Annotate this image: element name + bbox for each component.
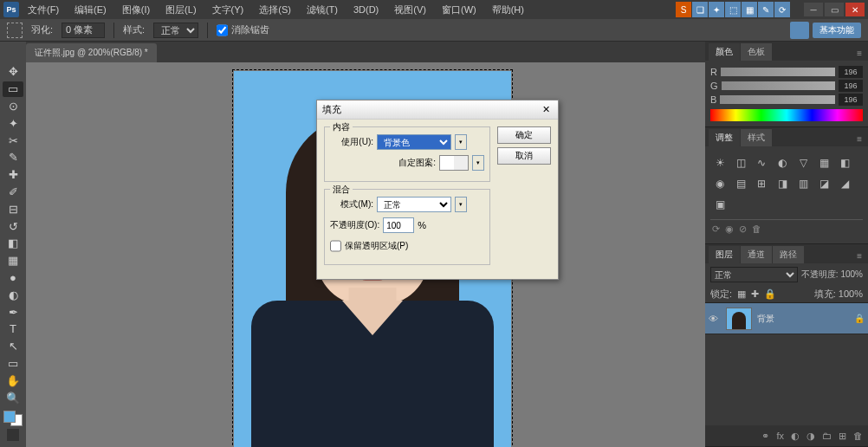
menu-image[interactable]: 图像(I) bbox=[115, 2, 157, 18]
panel-menu-icon[interactable]: ≡ bbox=[854, 132, 865, 146]
adj-btm-icon[interactable]: ⟳ bbox=[712, 224, 720, 235]
tab-color[interactable]: 颜色 bbox=[709, 43, 740, 61]
eyedropper-tool[interactable]: ✎ bbox=[3, 150, 23, 165]
crop-tool[interactable]: ✂ bbox=[3, 133, 23, 148]
mode-select[interactable]: 正常 bbox=[377, 197, 451, 212]
top-icon-3[interactable]: ⬚ bbox=[725, 2, 741, 17]
lock-all-icon[interactable]: 🔒 bbox=[764, 288, 776, 300]
dialog-titlebar[interactable]: 填充 ✕ bbox=[317, 100, 558, 120]
brush-tool[interactable]: ✐ bbox=[3, 185, 23, 200]
workspace-button[interactable]: 基本功能 bbox=[813, 23, 861, 38]
dialog-close-icon[interactable]: ✕ bbox=[539, 103, 553, 117]
new-layer-icon[interactable]: ⊞ bbox=[839, 431, 846, 442]
cloud-icon[interactable] bbox=[790, 22, 809, 39]
stamp-tool[interactable]: ⊟ bbox=[3, 201, 23, 217]
adj-curves-icon[interactable]: ∿ bbox=[754, 155, 769, 171]
ok-button[interactable]: 确定 bbox=[497, 126, 551, 144]
trash-icon[interactable]: 🗑 bbox=[853, 431, 863, 441]
menu-3d[interactable]: 3D(D) bbox=[347, 3, 385, 16]
adj-btm-icon[interactable]: 🗑 bbox=[752, 224, 761, 235]
group-icon[interactable]: 🗀 bbox=[822, 431, 832, 441]
pattern-swatch[interactable] bbox=[439, 155, 469, 171]
adj-mixer-icon[interactable]: ▤ bbox=[733, 176, 748, 191]
fill-label[interactable]: 填充: 100% bbox=[814, 288, 863, 301]
adj-levels-icon[interactable]: ◫ bbox=[733, 155, 748, 171]
adj-brightness-icon[interactable]: ☀ bbox=[712, 155, 728, 171]
opacity-input[interactable] bbox=[383, 217, 414, 233]
use-dropdown-arrow[interactable]: ▾ bbox=[455, 134, 467, 150]
adj-invert-icon[interactable]: ◨ bbox=[774, 176, 790, 191]
zoom-tool[interactable]: 🔍 bbox=[3, 390, 23, 405]
use-select[interactable]: 背景色 bbox=[377, 134, 451, 150]
layer-row[interactable]: 👁 背景 🔒 bbox=[705, 303, 868, 334]
menu-select[interactable]: 选择(S) bbox=[252, 2, 298, 18]
shape-tool[interactable]: ▭ bbox=[3, 356, 23, 372]
menu-filter[interactable]: 滤镜(T) bbox=[300, 2, 345, 18]
menu-layer[interactable]: 图层(L) bbox=[159, 2, 203, 18]
foreground-color[interactable] bbox=[3, 411, 16, 423]
pattern-dropdown-arrow[interactable]: ▾ bbox=[472, 155, 484, 171]
top-icon-5[interactable]: ✎ bbox=[758, 2, 774, 17]
adj-posterize-icon[interactable]: ▥ bbox=[795, 176, 811, 191]
adj-selective-icon[interactable]: ▣ bbox=[712, 197, 728, 212]
tab-paths[interactable]: 路径 bbox=[773, 246, 804, 263]
mask-icon[interactable]: ◐ bbox=[791, 431, 800, 442]
path-tool[interactable]: ↖ bbox=[3, 339, 23, 354]
move-tool[interactable]: ✥ bbox=[3, 64, 23, 80]
adj-btm-icon[interactable]: ◉ bbox=[725, 224, 734, 235]
eraser-tool[interactable]: ◧ bbox=[3, 236, 23, 251]
close-button[interactable]: ✕ bbox=[845, 3, 865, 16]
pen-tool[interactable]: ✒ bbox=[3, 304, 23, 320]
opacity-label[interactable]: 不透明度: 100% bbox=[801, 269, 863, 281]
antialias-check[interactable]: 消除锯齿 bbox=[217, 23, 269, 38]
history-brush-tool[interactable]: ↺ bbox=[3, 218, 23, 234]
top-icon-4[interactable]: ▦ bbox=[742, 2, 757, 17]
ext-icon[interactable]: S bbox=[676, 2, 691, 17]
mode-dropdown-arrow[interactable]: ▾ bbox=[455, 197, 467, 212]
menu-type[interactable]: 文字(Y) bbox=[205, 2, 251, 18]
visibility-icon[interactable]: 👁 bbox=[709, 314, 721, 324]
top-icon-6[interactable]: ⟳ bbox=[774, 2, 790, 17]
heal-tool[interactable]: ✚ bbox=[3, 167, 23, 183]
menu-edit[interactable]: 编辑(E) bbox=[68, 2, 113, 18]
preserve-check[interactable]: 保留透明区域(P) bbox=[330, 238, 484, 254]
tab-styles[interactable]: 样式 bbox=[741, 129, 772, 146]
feather-input[interactable] bbox=[62, 23, 105, 38]
adj-photo-filter-icon[interactable]: ◉ bbox=[712, 176, 728, 191]
menu-window[interactable]: 窗口(W) bbox=[435, 2, 483, 18]
top-icon-2[interactable]: ✦ bbox=[709, 2, 724, 17]
panel-menu-icon[interactable]: ≡ bbox=[854, 46, 865, 61]
tab-swatches[interactable]: 色板 bbox=[741, 43, 772, 61]
fill-adj-icon[interactable]: ◑ bbox=[806, 431, 815, 442]
maximize-button[interactable]: ▭ bbox=[825, 3, 844, 16]
menu-help[interactable]: 帮助(H) bbox=[485, 2, 531, 18]
tab-layers[interactable]: 图层 bbox=[709, 246, 740, 263]
wand-tool[interactable]: ✦ bbox=[3, 115, 23, 131]
layer-name[interactable]: 背景 bbox=[757, 313, 774, 325]
panel-menu-icon[interactable]: ≡ bbox=[854, 249, 865, 263]
color-swatch[interactable] bbox=[3, 411, 23, 426]
cancel-button[interactable]: 取消 bbox=[497, 147, 551, 165]
adj-btm-icon[interactable]: ⊘ bbox=[739, 224, 747, 235]
link-icon[interactable]: ⚭ bbox=[761, 431, 769, 442]
quickmask-toggle[interactable] bbox=[4, 428, 22, 442]
dodge-tool[interactable]: ◐ bbox=[3, 287, 23, 302]
adj-lookup-icon[interactable]: ⊞ bbox=[754, 176, 769, 191]
tab-adjustments[interactable]: 调整 bbox=[709, 129, 740, 146]
lock-position-icon[interactable]: ✚ bbox=[751, 288, 759, 300]
adj-threshold-icon[interactable]: ◪ bbox=[816, 176, 832, 191]
spectrum-ramp[interactable] bbox=[710, 109, 863, 121]
style-select[interactable]: 正常 bbox=[153, 23, 198, 38]
marquee-tool[interactable]: ▭ bbox=[3, 81, 23, 97]
document-tab[interactable]: 证件照.jpg @ 200%(RGB/8) * bbox=[26, 43, 157, 62]
blur-tool[interactable]: ● bbox=[3, 270, 23, 286]
layer-thumbnail[interactable] bbox=[726, 308, 752, 330]
tab-channels[interactable]: 通道 bbox=[741, 246, 772, 263]
menu-view[interactable]: 视图(V) bbox=[387, 2, 433, 18]
lock-pixels-icon[interactable]: ▦ bbox=[737, 288, 746, 300]
text-tool[interactable]: T bbox=[3, 321, 23, 337]
top-icon-1[interactable]: ❑ bbox=[692, 2, 708, 17]
adj-bw-icon[interactable]: ◧ bbox=[837, 155, 852, 171]
lasso-tool[interactable]: ⊙ bbox=[3, 99, 23, 114]
gradient-tool[interactable]: ▦ bbox=[3, 253, 23, 269]
